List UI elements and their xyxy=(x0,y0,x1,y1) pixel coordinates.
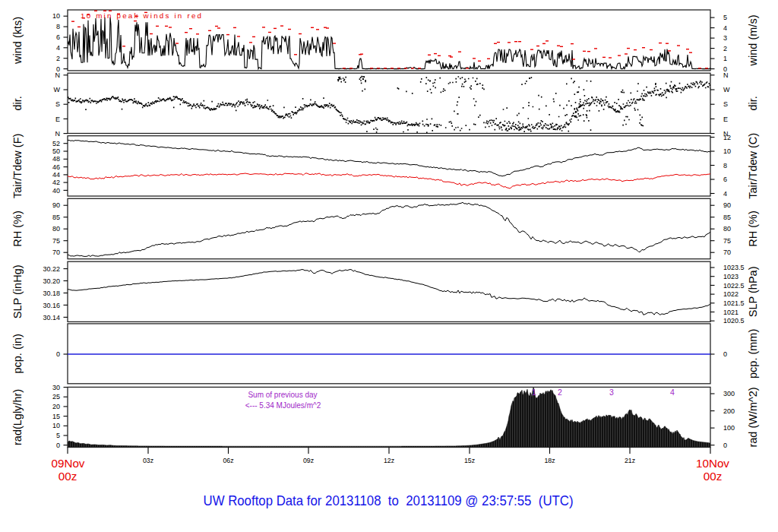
svg-text:1023.5: 1023.5 xyxy=(723,264,745,271)
svg-text:rad (W/m^2): rad (W/m^2) xyxy=(747,387,759,447)
svg-text:Tair/Tdew (C): Tair/Tdew (C) xyxy=(747,133,759,199)
svg-text:SLP (hPa): SLP (hPa) xyxy=(747,266,759,317)
svg-text:75: 75 xyxy=(723,237,731,245)
svg-text:90: 90 xyxy=(723,201,731,209)
svg-text:75: 75 xyxy=(52,237,60,245)
svg-text:rad(Lgly/hr): rad(Lgly/hr) xyxy=(11,389,24,445)
svg-text:15z: 15z xyxy=(464,457,475,464)
svg-text:10 min peak winds in red: 10 min peak winds in red xyxy=(81,11,201,20)
svg-text:48: 48 xyxy=(52,155,60,163)
svg-text:1021.5: 1021.5 xyxy=(723,299,745,307)
svg-text:4: 4 xyxy=(723,190,727,198)
svg-text:Sum of previous day: Sum of previous day xyxy=(248,391,317,399)
svg-text:3: 3 xyxy=(723,34,727,42)
svg-text:80: 80 xyxy=(723,225,731,233)
svg-text:8: 8 xyxy=(56,23,60,30)
svg-text:300: 300 xyxy=(723,390,735,397)
svg-text:80: 80 xyxy=(52,225,60,233)
svg-text:2: 2 xyxy=(558,388,562,397)
svg-text:44: 44 xyxy=(52,171,60,179)
svg-text:1022: 1022 xyxy=(723,290,738,298)
svg-text:wind (kts): wind (kts) xyxy=(11,17,24,65)
svg-text:wind (m/s): wind (m/s) xyxy=(747,15,759,67)
svg-text:100: 100 xyxy=(723,424,735,432)
svg-text:N: N xyxy=(55,130,61,138)
svg-text:30: 30 xyxy=(52,384,60,391)
svg-text:09z: 09z xyxy=(303,457,314,464)
svg-text:S: S xyxy=(723,100,728,108)
svg-text:18z: 18z xyxy=(544,457,555,464)
svg-text:dir.: dir. xyxy=(11,96,24,110)
svg-text:0: 0 xyxy=(56,350,60,358)
svg-text:N: N xyxy=(55,71,61,79)
svg-text:0: 0 xyxy=(56,442,60,449)
svg-text:00z: 00z xyxy=(704,470,723,483)
svg-text:SLP (inHg): SLP (inHg) xyxy=(11,264,24,318)
svg-text:4: 4 xyxy=(56,44,60,52)
svg-text:90: 90 xyxy=(52,201,60,209)
svg-text:1: 1 xyxy=(723,55,727,62)
svg-text:2: 2 xyxy=(723,45,727,52)
svg-text:52: 52 xyxy=(52,140,60,147)
svg-text:70: 70 xyxy=(723,249,731,256)
svg-text:<--- 5.34 MJoules/m^2: <--- 5.34 MJoules/m^2 xyxy=(245,401,321,410)
svg-text:21z: 21z xyxy=(625,457,635,464)
svg-text:6: 6 xyxy=(723,176,727,183)
svg-text:42: 42 xyxy=(52,179,60,186)
svg-text:85: 85 xyxy=(723,214,731,221)
svg-text:12: 12 xyxy=(723,134,731,141)
svg-text:70: 70 xyxy=(52,249,60,256)
svg-text:1020.5: 1020.5 xyxy=(723,317,745,325)
svg-text:06z: 06z xyxy=(223,457,233,464)
svg-text:12z: 12z xyxy=(384,457,394,464)
svg-text:8: 8 xyxy=(723,162,727,169)
svg-text:2: 2 xyxy=(56,55,60,62)
svg-text:46: 46 xyxy=(52,163,60,171)
svg-text:pcp. (mm): pcp. (mm) xyxy=(747,329,759,378)
svg-text:03z: 03z xyxy=(143,457,153,464)
svg-text:1: 1 xyxy=(532,388,536,397)
svg-text:5: 5 xyxy=(723,14,727,21)
svg-text:30.22: 30.22 xyxy=(43,265,60,273)
svg-text:200: 200 xyxy=(723,407,735,415)
svg-text:E: E xyxy=(723,116,728,123)
svg-text:W: W xyxy=(723,86,730,93)
svg-text:N: N xyxy=(723,71,729,79)
svg-text:30.14: 30.14 xyxy=(43,314,60,321)
svg-text:RH (%): RH (%) xyxy=(11,211,24,247)
svg-text:10: 10 xyxy=(52,422,60,429)
svg-text:25: 25 xyxy=(52,393,60,401)
svg-text:10: 10 xyxy=(52,12,60,20)
svg-text:E: E xyxy=(55,116,60,123)
svg-text:40: 40 xyxy=(52,187,60,195)
svg-text:RH (%): RH (%) xyxy=(747,211,759,247)
svg-text:30.20: 30.20 xyxy=(43,277,60,285)
svg-text:S: S xyxy=(55,100,60,108)
svg-text:4: 4 xyxy=(723,24,727,32)
svg-text:dir.: dir. xyxy=(747,96,759,110)
svg-text:30.16: 30.16 xyxy=(43,302,60,309)
svg-text:15: 15 xyxy=(52,413,60,420)
svg-text:W: W xyxy=(54,86,61,93)
svg-text:0: 0 xyxy=(723,350,727,358)
svg-text:pcp. (in): pcp. (in) xyxy=(11,334,24,373)
svg-text:1023: 1023 xyxy=(723,273,738,280)
svg-text:Tair/Tdew (F): Tair/Tdew (F) xyxy=(11,134,24,198)
svg-text:4: 4 xyxy=(670,388,675,397)
svg-text:10: 10 xyxy=(723,147,731,155)
svg-text:UW Rooftop Data for 20131108: UW Rooftop Data for 20131108 to 20131109… xyxy=(204,492,574,508)
svg-text:1022.5: 1022.5 xyxy=(723,282,745,290)
svg-text:30.18: 30.18 xyxy=(43,290,60,297)
svg-text:1021: 1021 xyxy=(723,309,738,316)
svg-text:5: 5 xyxy=(56,432,60,439)
svg-text:85: 85 xyxy=(52,214,60,221)
svg-text:6: 6 xyxy=(56,33,60,41)
svg-text:09Nov: 09Nov xyxy=(52,457,85,470)
svg-text:10Nov: 10Nov xyxy=(696,457,729,470)
svg-text:0: 0 xyxy=(723,442,727,449)
svg-text:50: 50 xyxy=(52,147,60,155)
svg-text:00z: 00z xyxy=(59,470,77,483)
svg-text:3: 3 xyxy=(609,388,614,397)
svg-text:20: 20 xyxy=(52,403,60,410)
